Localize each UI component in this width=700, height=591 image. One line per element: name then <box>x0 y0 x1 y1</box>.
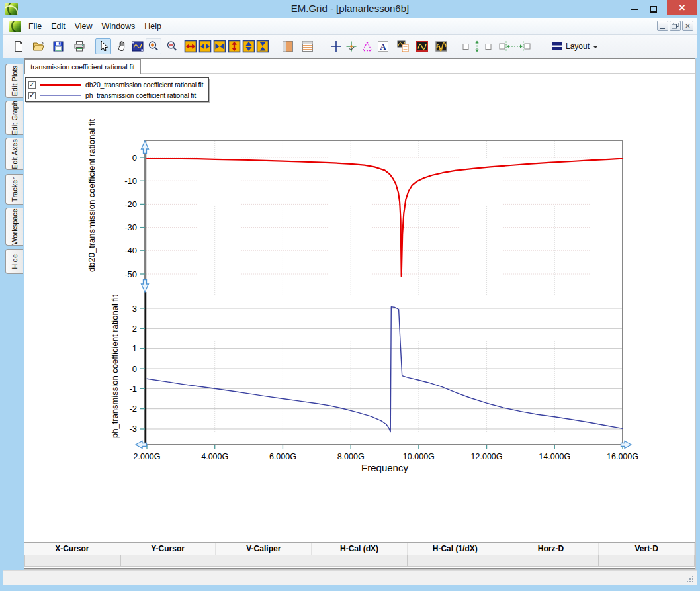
layout-menu-button[interactable]: Layout <box>549 39 601 54</box>
layout-menu-label: Layout <box>566 42 590 51</box>
plot-with-table-icon[interactable] <box>395 38 411 54</box>
sidebar-item-label: Edit Plots <box>11 66 19 96</box>
sidebar-item-tracker[interactable]: Tracker <box>5 174 23 205</box>
menu-view[interactable]: View <box>70 20 97 33</box>
dual-plot-icon[interactable] <box>433 38 449 54</box>
sidebar-item-workspace[interactable]: Workspace <box>5 208 23 246</box>
sidebar-item-edit-axes[interactable]: Edit Axes <box>5 138 23 170</box>
print-icon[interactable] <box>71 38 87 54</box>
close-button[interactable]: ✕ <box>667 0 697 15</box>
document-tab[interactable]: transmission coefficient rational fit <box>24 59 141 74</box>
cursor-value-cell <box>121 555 217 567</box>
zoom-out-icon[interactable] <box>164 38 180 54</box>
document-logo-icon[interactable] <box>9 21 21 32</box>
zoom-region-icon[interactable] <box>130 38 146 54</box>
child-window-buttons: ✕ <box>657 21 693 31</box>
sidebar-item-edit-graph[interactable]: Edit Graph <box>5 101 23 135</box>
stripes-vertical-icon[interactable] <box>280 38 296 54</box>
chevron-down-icon <box>593 46 598 48</box>
maximize-button[interactable] <box>644 4 662 14</box>
maximize-icon <box>650 6 657 13</box>
vertical-spacing-icon[interactable] <box>461 38 493 54</box>
expand-x-icon[interactable] <box>183 38 198 54</box>
cursor-column-header: Vert-D <box>599 543 695 555</box>
open-file-icon[interactable] <box>30 38 46 54</box>
cursor-value-cell <box>312 555 408 567</box>
y-axis-label-db20: db20_transmission coefficient rational f… <box>87 105 97 287</box>
expand-y-icon[interactable] <box>226 38 242 54</box>
sidebar-item-hide[interactable]: Hide <box>5 249 23 274</box>
child-close-icon: ✕ <box>685 23 690 30</box>
child-close-button[interactable]: ✕ <box>682 21 693 31</box>
crosshair-icon[interactable] <box>328 38 344 54</box>
legend-line-sample <box>40 95 81 96</box>
zoom-in-icon[interactable] <box>146 38 161 54</box>
toolbar: ALayout <box>3 35 697 58</box>
legend-line-sample <box>40 84 81 86</box>
cursor-value-cell <box>503 555 599 567</box>
document-area <box>24 58 695 569</box>
legend-label: ph_transmission coefficient rational fit <box>85 91 196 99</box>
arrows-y-in-icon[interactable] <box>255 38 271 54</box>
cursor-column-header: X-Cursor <box>24 543 120 555</box>
app-window: EM.Grid - [planarlesson6b] ✕ FileEditVie… <box>0 0 700 591</box>
cursor-column-header: H-Cal (1/dX) <box>408 543 503 555</box>
select-arrow-icon[interactable] <box>95 38 111 54</box>
cursor-column-header: Y-Cursor <box>120 543 216 555</box>
menu-help[interactable]: Help <box>140 20 166 33</box>
save-icon[interactable] <box>50 38 66 54</box>
y-axis-label-ph: ph_transmission coefficient rational fit <box>110 283 120 450</box>
window-title: EM.Grid - [planarlesson6b] <box>0 3 700 14</box>
arrows-x-out-icon[interactable] <box>197 38 213 54</box>
sidebar-item-label: Tracker <box>11 177 19 202</box>
status-bar <box>3 570 697 585</box>
minimize-button[interactable] <box>626 4 643 14</box>
new-file-icon[interactable] <box>11 38 26 54</box>
cursor-value-cell <box>24 555 121 567</box>
single-plot-icon[interactable] <box>414 38 430 54</box>
cursor-column-header: V-Caliper <box>216 543 312 555</box>
svg-text:A: A <box>380 42 386 52</box>
stripes-horizontal-icon[interactable] <box>300 38 316 54</box>
text-annotation-icon[interactable]: A <box>375 38 391 54</box>
cursor-column-header: Horz-D <box>503 543 599 555</box>
document-tab-label: transmission coefficient rational fit <box>30 63 134 71</box>
tab-divider <box>141 73 695 74</box>
sidebar-item-edit-plots[interactable]: Edit Plots <box>5 64 23 98</box>
menu-edit[interactable]: Edit <box>46 20 70 33</box>
cursor-value-cell <box>599 555 695 567</box>
cursor-value-cell <box>216 555 312 567</box>
cursor-column-header: H-Cal (dX) <box>312 543 408 555</box>
child-minimize-button[interactable] <box>657 21 668 31</box>
sidebar-item-label: Edit Axes <box>11 139 19 169</box>
child-minimize-icon <box>660 28 665 29</box>
cursor-table-values <box>24 555 695 567</box>
sidebar-item-label: Hide <box>11 254 19 269</box>
legend-item: ✓ph_transmission coefficient rational fi… <box>26 90 208 101</box>
cursor-readout-table: X-CursorY-CursorV-CaliperH-Cal (dX)H-Cal… <box>24 542 695 567</box>
menu-file[interactable]: File <box>24 20 46 33</box>
menu-bar: FileEditViewWindowsHelp ✕ <box>3 18 697 35</box>
sidebar-item-label: Workspace <box>11 208 19 245</box>
minimize-icon <box>631 9 638 10</box>
legend-checkbox[interactable]: ✓ <box>28 92 36 99</box>
tracker-axes-icon[interactable] <box>343 38 359 54</box>
menu-windows[interactable]: Windows <box>97 20 140 33</box>
horizontal-spacing-icon[interactable] <box>498 38 532 54</box>
child-restore-button[interactable] <box>670 21 681 31</box>
legend-item: ✓db20_transmission coefficient rational … <box>26 79 208 90</box>
arrows-x-in-icon[interactable] <box>212 38 228 54</box>
cursor-table-headers: X-CursorY-CursorV-CaliperH-Cal (dX)H-Cal… <box>24 543 695 555</box>
resize-grip[interactable] <box>692 581 693 582</box>
pan-hand-icon[interactable] <box>114 38 130 54</box>
legend: ✓db20_transmission coefficient rational … <box>25 77 209 102</box>
legend-checkbox[interactable]: ✓ <box>28 81 36 89</box>
child-restore-icon <box>672 23 679 29</box>
title-bar: EM.Grid - [planarlesson6b] ✕ <box>0 0 700 18</box>
legend-label: db20_transmission coefficient rational f… <box>85 81 203 89</box>
close-icon: ✕ <box>679 3 686 13</box>
caliper-triangle-icon[interactable] <box>359 38 375 54</box>
sidebar-item-label: Edit Graph <box>11 101 19 136</box>
menu-items: FileEditViewWindowsHelp <box>24 18 166 35</box>
cursor-value-cell <box>408 555 503 567</box>
